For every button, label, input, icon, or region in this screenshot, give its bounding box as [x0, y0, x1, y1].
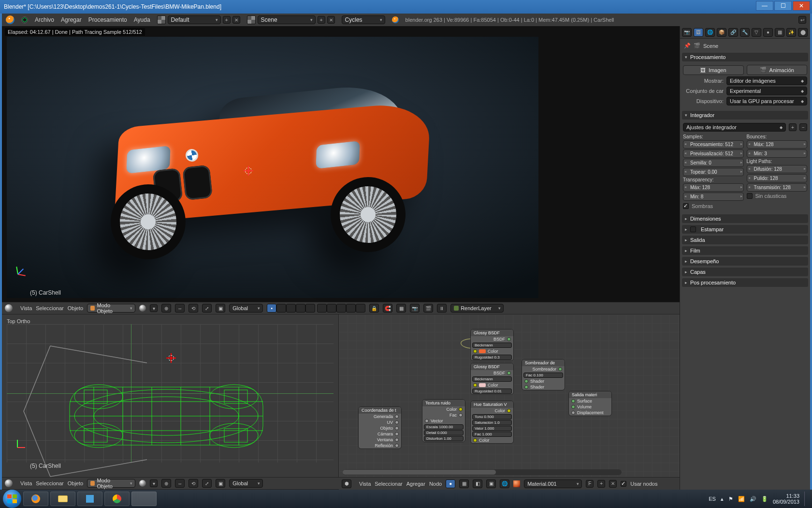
taskbar-blender[interactable] [131, 492, 157, 506]
tab-material[interactable]: ● [763, 28, 773, 37]
panel-render-header[interactable]: Procesamiento [682, 53, 808, 61]
render-animation-button[interactable]: 🎬Animación [747, 65, 808, 75]
shadows-checkbox[interactable] [683, 203, 689, 209]
view3d-ortho[interactable]: Top Ortho [2, 314, 339, 477]
node-menu-add[interactable]: Agregar [406, 481, 425, 487]
node-noise-texture[interactable]: Textura ruido Color Fac Vector Escala 10… [422, 399, 465, 442]
scene-select[interactable]: Scene [258, 15, 316, 24]
node-material-output[interactable]: Salida materi Surface Volume Displacemen… [568, 391, 612, 416]
tab-object[interactable]: 📦 [717, 28, 726, 37]
screen-layout-select[interactable]: Default [168, 15, 221, 24]
menu-add[interactable]: Agregar [61, 16, 82, 23]
bounces-max[interactable]: Máx: 128 [747, 140, 808, 149]
tray-show-hidden-icon[interactable]: ▴ [721, 496, 724, 502]
panel-output[interactable]: Salida [682, 236, 808, 244]
lock-camera-icon[interactable]: 🔒 [369, 304, 379, 313]
material-select[interactable]: Material.001 [524, 479, 582, 488]
lp-glossy[interactable]: Pulido: 128 [747, 174, 808, 182]
render-border-icon[interactable]: 📷 [410, 304, 420, 313]
panel-performance[interactable]: Desempeño [682, 257, 808, 266]
node-editor-hscrollbar[interactable] [343, 469, 622, 475]
node-menu-select[interactable]: Seleccionar [375, 481, 402, 487]
panel-film[interactable]: Film [682, 246, 808, 255]
node-editor[interactable]: Coordenadas de t Generada UV Objeto Cáma… [339, 314, 680, 477]
material-add-button[interactable]: + [597, 480, 605, 488]
taskbar-firefox[interactable] [23, 492, 48, 506]
view3d-menu-object[interactable]: Objeto [68, 305, 83, 311]
tree-world-icon[interactable]: 🌐 [500, 479, 509, 488]
tab-data[interactable]: ▽ [752, 28, 761, 37]
orientation-select[interactable]: Global [229, 479, 263, 488]
scene-icon[interactable] [247, 15, 256, 24]
manip-translate[interactable]: ↔ [175, 479, 185, 488]
node-glossy-bsdf-1[interactable]: Glossy BSDF BSDF Beckmann Color Rugosida… [470, 329, 514, 361]
shading-icon[interactable] [139, 480, 146, 487]
manip-toggle[interactable]: ▣ [216, 479, 225, 488]
view3d-menu-view[interactable]: Vista [20, 305, 32, 311]
node-menu-view[interactable]: Vista [359, 481, 371, 487]
taskbar-chrome[interactable] [104, 492, 130, 506]
tab-constraints[interactable]: 🔗 [728, 28, 738, 37]
device-select[interactable]: Usar la GPU para procesar [726, 97, 807, 105]
lp-transmission[interactable]: Transmisión: 128 [747, 183, 808, 192]
tray-flag-icon[interactable]: ⚑ [728, 496, 733, 502]
tab-scene[interactable]: 🖼 [694, 28, 703, 37]
menu-select[interactable]: Seleccionar [36, 480, 63, 486]
window-close-button[interactable]: ✕ [793, 1, 810, 11]
image-editor[interactable]: Elapsed: 04:12.67 | Done | Path Tracing … [2, 26, 680, 302]
node-mix-shader[interactable]: Sombreador de Sombreador Fac 0.100 Shade… [522, 359, 565, 390]
seed-field[interactable]: Semilla: 0 [683, 159, 744, 167]
scene-delete-button[interactable]: ✕ [327, 16, 335, 24]
transp-min[interactable]: Min: 8 [683, 193, 744, 201]
manip-toggle[interactable]: ▣ [216, 304, 225, 313]
menu-render[interactable]: Procesamiento [88, 16, 127, 23]
transp-max[interactable]: Máx: 128 [683, 183, 744, 192]
view3d-menu-select[interactable]: Seleccionar [36, 305, 63, 311]
panel-post[interactable]: Pos procesamiento [682, 278, 808, 287]
tray-network-icon[interactable]: 📶 [738, 496, 745, 502]
feature-set-select[interactable]: Experimental [726, 87, 807, 95]
pin-icon[interactable]: 📌 [684, 43, 691, 49]
editor-type-icon[interactable]: ⬢ [342, 479, 351, 488]
scene-add-button[interactable]: + [318, 16, 325, 24]
tray-lang[interactable]: ES [709, 496, 716, 502]
menu-help[interactable]: Ayuda [134, 16, 150, 23]
tree-object-icon[interactable]: ▣ [486, 479, 496, 488]
tray-clock[interactable]: 11:33 08/09/2013 [773, 493, 799, 505]
shading-menu-icon[interactable]: ▾ [150, 304, 158, 312]
pause-icon[interactable]: ⏸ [437, 304, 447, 313]
bounces-min[interactable]: Min: 3 [747, 149, 808, 158]
layout-add-button[interactable]: + [223, 16, 231, 24]
tab-world[interactable]: 🌐 [705, 28, 715, 37]
snap-icon[interactable]: 🧲 [383, 304, 392, 313]
clamp-field[interactable]: Topear: 0.00 [683, 168, 744, 176]
samples-preview[interactable]: Previsualizació: 512 [683, 149, 744, 158]
panel-layers[interactable]: Capas [682, 268, 808, 276]
render-engine-select[interactable]: Cycles [342, 15, 385, 24]
compositor-type-icon[interactable]: ▦ [459, 479, 469, 488]
tray-volume-icon[interactable]: 🔊 [750, 496, 756, 502]
panel-stamp[interactable]: Estampar [682, 225, 808, 234]
material-delete-button[interactable]: ✕ [609, 480, 617, 488]
shader-type-icon[interactable]: ● [446, 479, 455, 488]
display-select[interactable]: Editor de imágenes [726, 76, 807, 85]
manip-rotate[interactable]: ⟲ [188, 479, 198, 488]
node-menu-node[interactable]: Nodo [429, 481, 442, 487]
renderlayer-select[interactable]: RenderLayer [450, 304, 504, 313]
tab-modifiers[interactable]: 🔧 [740, 28, 750, 37]
show-desktop-button[interactable] [804, 492, 809, 506]
integrator-preset-select[interactable]: Ajustes de integrador [683, 123, 786, 132]
snap-type-icon[interactable]: ▦ [396, 304, 406, 313]
node-glossy-bsdf-2[interactable]: Glossy BSDF BSDF Beckmann Color Rugosida… [470, 363, 514, 395]
window-minimize-button[interactable]: — [756, 1, 773, 11]
manip-scale[interactable]: ⤢ [202, 304, 212, 313]
material-fake-user[interactable]: F [586, 480, 594, 488]
tab-render[interactable]: 📷 [682, 28, 692, 37]
blender-icon[interactable] [6, 15, 14, 24]
taskbar-app[interactable] [77, 492, 102, 506]
run-icon[interactable] [21, 16, 28, 23]
layer-buttons[interactable]: • [267, 304, 365, 313]
menu-view[interactable]: Vista [20, 480, 32, 486]
manip-rotate[interactable]: ⟲ [188, 304, 198, 313]
orientation-select[interactable]: Global [229, 304, 263, 313]
